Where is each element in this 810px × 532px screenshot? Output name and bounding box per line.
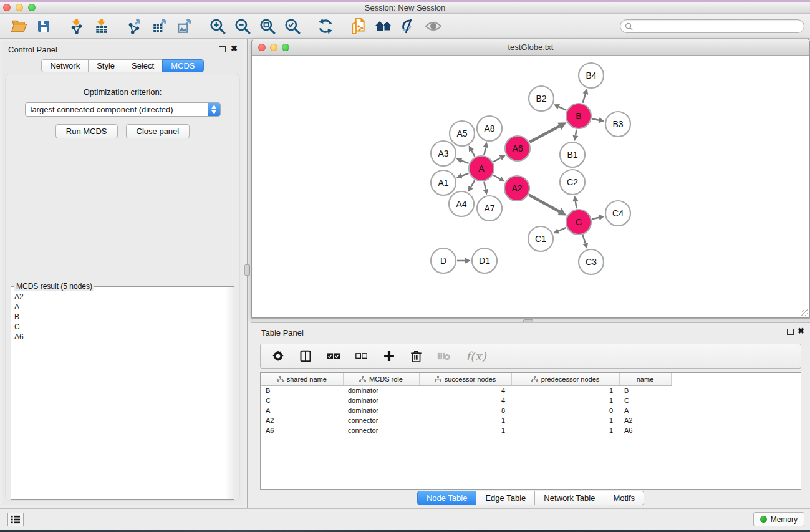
zoom-window-button[interactable] bbox=[28, 4, 36, 11]
zoom-fit-button[interactable] bbox=[255, 16, 280, 36]
tab-node-table[interactable]: Node Table bbox=[417, 491, 477, 505]
import-network-button[interactable] bbox=[64, 16, 89, 36]
export-image-button[interactable] bbox=[172, 16, 197, 36]
save-session-button[interactable] bbox=[31, 16, 56, 36]
graph-edge-C-C4[interactable] bbox=[592, 218, 599, 220]
window-controls[interactable] bbox=[3, 4, 36, 11]
graph-edge-A2-C[interactable] bbox=[529, 195, 559, 212]
result-item[interactable]: B bbox=[12, 312, 225, 322]
result-scrollbar[interactable] bbox=[226, 287, 234, 499]
select-all-button[interactable] bbox=[327, 352, 340, 360]
task-history-button[interactable] bbox=[7, 513, 24, 526]
tab-network[interactable]: Network bbox=[41, 59, 89, 72]
zoom-selected-button[interactable] bbox=[280, 16, 305, 36]
eye-button[interactable] bbox=[421, 16, 446, 36]
vertical-splitter-grip[interactable] bbox=[244, 264, 250, 276]
horizontal-splitter[interactable] bbox=[251, 318, 810, 323]
zoom-network-button[interactable] bbox=[282, 44, 289, 51]
horizontal-splitter-grip[interactable] bbox=[523, 319, 533, 322]
network-canvas[interactable]: AA1A2A3A4A5A6A7A8BB1B2B3B4CC1C2C3C4DD1 bbox=[252, 56, 809, 317]
graph-edge-B-B4[interactable] bbox=[582, 94, 585, 103]
show-columns-button[interactable] bbox=[299, 350, 312, 362]
add-button[interactable] bbox=[383, 350, 395, 362]
table-row[interactable]: Adominator80A bbox=[261, 405, 801, 415]
graph-edge-A-A6[interactable] bbox=[493, 158, 501, 162]
column-header-mcds-role[interactable]: MCDS role bbox=[343, 373, 419, 385]
network-window-titlebar[interactable]: testGlobe.txt bbox=[252, 39, 809, 56]
tab-style[interactable]: Style bbox=[88, 59, 123, 72]
graph-edge-A-A7[interactable] bbox=[484, 182, 485, 190]
duplicate-network-button[interactable] bbox=[346, 16, 371, 36]
node-label-A7: A7 bbox=[484, 203, 494, 213]
function-builder-button[interactable]: f(x) bbox=[466, 349, 486, 363]
minimize-network-button[interactable] bbox=[270, 44, 277, 51]
graph-edge-C-C3[interactable] bbox=[583, 235, 586, 243]
tab-motifs[interactable]: Motifs bbox=[604, 491, 644, 505]
delete-button[interactable] bbox=[410, 350, 422, 363]
tab-network-table[interactable]: Network Table bbox=[534, 491, 604, 505]
table-row[interactable]: Cdominator41C bbox=[261, 395, 801, 405]
graph-edge-A-A5[interactable] bbox=[471, 150, 475, 157]
graphics-details-button[interactable] bbox=[396, 16, 421, 36]
refresh-button[interactable] bbox=[313, 16, 338, 36]
column-header-name[interactable]: name bbox=[619, 373, 671, 385]
graph-edge-C-C2[interactable] bbox=[576, 201, 577, 209]
result-item[interactable]: A bbox=[12, 302, 225, 312]
result-item[interactable]: A6 bbox=[12, 332, 225, 342]
graph-edge-A-A1[interactable] bbox=[461, 173, 468, 176]
search-icon bbox=[625, 22, 633, 31]
float-panel-icon[interactable] bbox=[787, 329, 794, 335]
search-box[interactable] bbox=[620, 19, 804, 33]
close-panel-icon[interactable]: ✖ bbox=[231, 44, 238, 53]
result-item[interactable]: A2 bbox=[12, 292, 225, 302]
graph-edge-A-A4[interactable] bbox=[471, 180, 475, 187]
memory-label: Memory bbox=[771, 515, 798, 524]
close-panel-button[interactable]: Close panel bbox=[126, 124, 190, 138]
delete-table-button[interactable] bbox=[437, 351, 451, 361]
criterion-dropdown[interactable]: largest connected component (directed) bbox=[25, 102, 221, 117]
table-row[interactable]: Bdominator41B bbox=[261, 385, 801, 395]
column-header-shared-name[interactable]: shared name bbox=[261, 373, 343, 385]
close-panel-icon[interactable]: ✖ bbox=[798, 327, 804, 336]
float-panel-icon[interactable] bbox=[219, 46, 226, 52]
column-header-successor-nodes[interactable]: successor nodes bbox=[419, 373, 511, 385]
table-settings-button[interactable] bbox=[272, 350, 284, 362]
tab-select[interactable]: Select bbox=[123, 59, 163, 72]
graph-edge-B-B2[interactable] bbox=[559, 107, 566, 110]
export-network-button[interactable] bbox=[122, 16, 147, 36]
network-window-controls[interactable] bbox=[258, 44, 289, 51]
minimize-window-button[interactable] bbox=[16, 4, 23, 11]
graph-edge-C-C1[interactable] bbox=[558, 228, 566, 231]
open-file-button[interactable] bbox=[6, 16, 31, 36]
tab-mcds[interactable]: MCDS bbox=[162, 59, 203, 72]
graph-edge-A-A8[interactable] bbox=[484, 147, 485, 155]
import-table-button[interactable] bbox=[89, 16, 114, 36]
table-row[interactable]: A2connector11A2 bbox=[261, 415, 801, 425]
zoom-in-icon bbox=[210, 18, 226, 34]
table-panel-titlebar: Table Panel ✖ bbox=[251, 323, 810, 342]
close-window-button[interactable] bbox=[3, 4, 11, 11]
column-header-predecessor-nodes[interactable]: predecessor nodes bbox=[511, 373, 619, 385]
table-header-row: shared nameMCDS rolesuccessor nodesprede… bbox=[261, 373, 801, 385]
arrowhead-icon bbox=[582, 243, 588, 249]
close-network-button[interactable] bbox=[258, 44, 266, 51]
table-row[interactable]: A6connector11A6 bbox=[261, 425, 801, 435]
tab-edge-table[interactable]: Edge Table bbox=[476, 491, 535, 505]
export-table-button[interactable] bbox=[147, 16, 172, 36]
zoom-out-button[interactable] bbox=[230, 16, 255, 36]
graph-edge-B-B3[interactable] bbox=[592, 118, 599, 120]
result-item[interactable]: C bbox=[12, 322, 225, 332]
home-button[interactable] bbox=[371, 16, 396, 36]
houses-icon bbox=[375, 19, 392, 34]
run-mcds-button[interactable]: Run MCDS bbox=[55, 124, 118, 138]
zoom-fit-icon bbox=[259, 18, 276, 34]
graph-edge-A-A2[interactable] bbox=[493, 175, 500, 179]
zoom-in-button[interactable] bbox=[205, 16, 230, 36]
graph-edge-B-B1[interactable] bbox=[576, 130, 577, 136]
search-input[interactable] bbox=[633, 21, 804, 32]
deselect-all-button[interactable] bbox=[355, 352, 368, 360]
memory-button[interactable]: Memory bbox=[753, 512, 804, 526]
graph-edge-A6-B[interactable] bbox=[529, 126, 559, 142]
graph-edge-A-A3[interactable] bbox=[461, 160, 469, 163]
resize-grip-icon[interactable] bbox=[801, 309, 809, 317]
